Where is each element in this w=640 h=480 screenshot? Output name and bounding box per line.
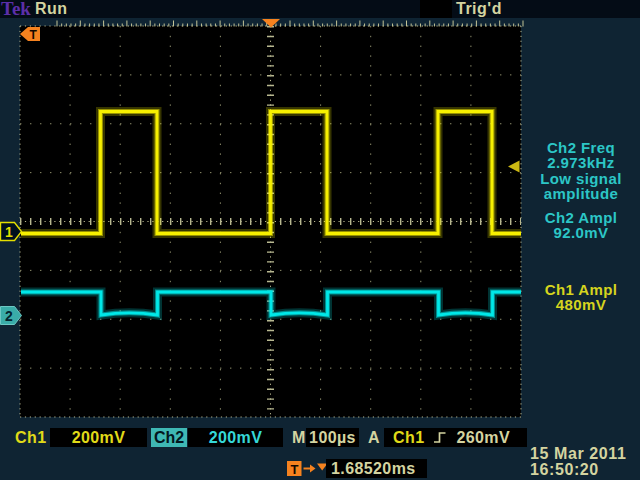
ch1-ampl-label: Ch1 Ampl xyxy=(521,282,640,297)
svg-text:1: 1 xyxy=(5,224,13,240)
time: 16:50:20 xyxy=(530,462,640,478)
warning-line1: Low signal xyxy=(521,171,640,186)
ch2-freq-value: 2.973kHz xyxy=(521,155,640,170)
trigger-source: Ch1 xyxy=(393,429,424,447)
timebase-readout: 100µs xyxy=(306,428,359,447)
trigger-readout: Ch1 260mV xyxy=(384,428,527,447)
ch1-ground-marker-icon: 1 xyxy=(1,223,22,241)
ch1-scale-readout: 200mV xyxy=(50,428,147,447)
ch2-freq-label: Ch2 Freq xyxy=(521,140,640,155)
ch1-label: Ch1 xyxy=(15,429,46,447)
svg-text:T: T xyxy=(291,462,299,477)
record-view-ruler xyxy=(57,21,523,27)
trigger-status: Trig'd xyxy=(456,0,502,18)
delay-time-icon: T xyxy=(287,461,328,477)
ch2-ampl-readout: Ch2 Ampl 92.0mV xyxy=(521,210,640,241)
warning-line2: amplitude xyxy=(521,186,640,201)
arrow-right-head-icon xyxy=(310,465,316,473)
trigger-a-label: A xyxy=(368,429,380,447)
svg-text:T: T xyxy=(30,28,38,42)
ch2-ground-marker-icon: 2 xyxy=(1,307,22,325)
ch1-ampl-value: 480mV xyxy=(521,297,640,312)
date: 15 Mar 2011 xyxy=(530,446,640,462)
oscilloscope-screen: { "header": { "logo": "Tek", "acq_status… xyxy=(0,0,640,480)
rising-edge-slope-icon xyxy=(433,430,447,445)
message-box xyxy=(420,0,452,18)
ch2-label-selected: Ch2 xyxy=(151,428,187,447)
ch2-freq-readout: Ch2 Freq 2.973kHz Low signal amplitude xyxy=(521,140,640,201)
ch2-ampl-value: 92.0mV xyxy=(521,225,640,240)
ch1-ampl-readout: Ch1 Ampl 480mV xyxy=(521,282,640,313)
timebase-label: M xyxy=(292,429,306,447)
datetime: 15 Mar 2011 16:50:20 xyxy=(530,446,640,477)
ch2-ampl-label: Ch2 Ampl xyxy=(521,210,640,225)
svg-text:2: 2 xyxy=(5,308,13,324)
tek-logo: Tek xyxy=(1,0,31,20)
ch2-scale-readout: 200mV xyxy=(188,428,283,447)
top-status-bar xyxy=(0,0,640,18)
trigger-level-value: 260mV xyxy=(456,429,510,447)
delay-time-readout: 1.68520ms xyxy=(326,459,427,478)
acquisition-status: Run xyxy=(35,0,68,18)
